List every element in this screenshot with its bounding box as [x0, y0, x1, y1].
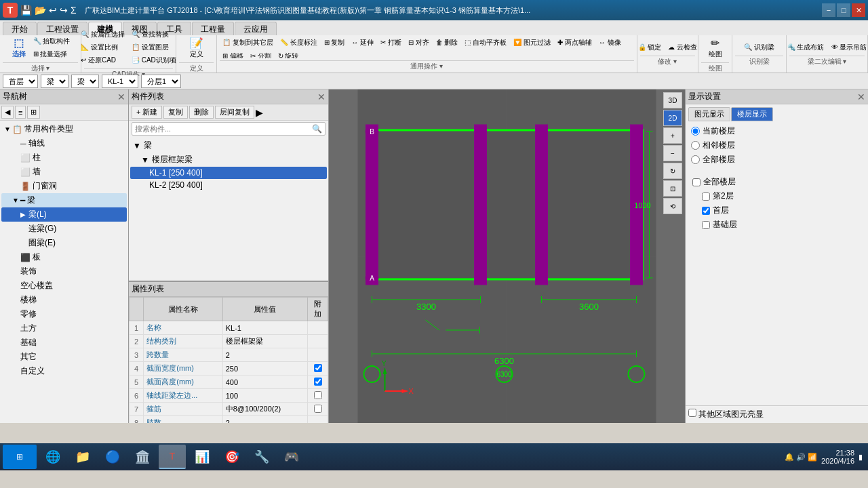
cloud-check-button[interactable]: ☁ 云检查: [665, 41, 700, 54]
attr-check-6[interactable]: [314, 391, 322, 399]
view-reset-button[interactable]: ⟲: [663, 198, 682, 214]
undo-icon[interactable]: ↩: [49, 5, 57, 16]
draw-button[interactable]: ✏ 绘图: [705, 35, 726, 60]
attr-check-5[interactable]: [314, 378, 322, 386]
length-mark-button[interactable]: 📏 长度标注: [277, 37, 320, 49]
taskbar-gtj[interactable]: T: [159, 445, 186, 469]
more-button[interactable]: ▶: [256, 107, 263, 118]
ds-current-floor-radio[interactable]: [691, 127, 700, 136]
tree-item-slab[interactable]: ⬛板: [1, 250, 127, 264]
view-fit-button[interactable]: ⊡: [663, 180, 682, 197]
cad-identify-button[interactable]: 📑 CAD识别项: [129, 54, 179, 66]
tree-item-foundation[interactable]: 基础: [1, 336, 127, 350]
floor-tree-all[interactable]: 全部楼层: [691, 175, 863, 189]
select-button[interactable]: ⬚ 选择: [9, 35, 29, 60]
show-desktop-button[interactable]: ▮: [859, 453, 863, 462]
nav-list-button[interactable]: ≡: [15, 106, 26, 119]
offset-button[interactable]: ⊞ 偏移: [220, 50, 246, 58]
name-select[interactable]: KL-1: [102, 75, 138, 88]
ds-tab-element[interactable]: 图元显示: [688, 107, 730, 121]
view-rotate-button[interactable]: ↻: [663, 163, 682, 179]
axis-button[interactable]: ✚ 两点轴辅: [555, 37, 595, 49]
comp-tree-group-floor[interactable]: ▼楼层框架梁: [130, 152, 327, 167]
comp-panel-close[interactable]: ✕: [317, 92, 326, 102]
tree-item-door[interactable]: 🚪门窗洞: [1, 179, 127, 193]
tree-item-column[interactable]: ⬜柱: [1, 150, 127, 165]
tree-item-beam-e[interactable]: 圈梁(E): [1, 236, 127, 250]
delete-button[interactable]: 🗑 删除: [433, 37, 461, 49]
define-button[interactable]: 📝 定义: [186, 35, 207, 60]
close-button[interactable]: ✕: [852, 3, 865, 17]
type2-select[interactable]: 梁: [71, 75, 99, 88]
taskbar-edge[interactable]: 🔵: [99, 445, 126, 469]
taskbar-ppt[interactable]: 🎯: [218, 445, 245, 469]
ds-all-floor-row[interactable]: 全部楼层: [688, 152, 865, 167]
floor-tree-base[interactable]: 基础层: [691, 218, 863, 232]
tree-item-wall[interactable]: ⬜墙: [1, 165, 127, 179]
tree-item-beam-g[interactable]: 连梁(G): [1, 222, 127, 236]
extend-button[interactable]: ↔ 延伸: [349, 37, 376, 49]
lock-button[interactable]: 🔒 锁定: [635, 41, 665, 54]
nav-panel-close[interactable]: ✕: [117, 92, 125, 102]
view-2d-button[interactable]: 2D: [663, 110, 682, 126]
search-input[interactable]: [135, 125, 312, 133]
nav-back-button[interactable]: ◀: [1, 106, 14, 119]
other-area-check[interactable]: [688, 409, 696, 417]
tree-item-axis[interactable]: ─轴线: [1, 136, 127, 150]
tree-item-earth[interactable]: 土方: [1, 321, 127, 336]
taskbar-excel[interactable]: 📊: [189, 445, 216, 469]
layer-select[interactable]: 分层1: [141, 75, 181, 88]
floor-tree-1[interactable]: 首层: [691, 203, 863, 218]
show-rebar-button[interactable]: 👁 显示吊筋: [829, 41, 869, 54]
pick-component-button[interactable]: 🔧抬取构件: [31, 35, 73, 47]
tree-item-beam[interactable]: ▼━梁: [1, 193, 127, 207]
copy-to-layer-button[interactable]: 📋 复制到其它层: [220, 37, 276, 49]
other-area-row[interactable]: 其他区域图元亮显: [686, 405, 868, 423]
attr-check-7[interactable]: [314, 405, 322, 413]
taskbar-browser[interactable]: 🌐: [39, 445, 66, 469]
tab-cloud[interactable]: 云应用: [235, 22, 277, 35]
view-zoom-in-button[interactable]: +: [663, 127, 682, 144]
attr-select-button[interactable]: 🔍 按属性选择: [78, 28, 127, 41]
taskbar-explorer[interactable]: 📁: [69, 445, 96, 469]
copy-button[interactable]: ⊞ 复制: [321, 37, 348, 49]
tab-quantity[interactable]: 工程量: [192, 22, 234, 35]
ds-current-floor-row[interactable]: 当前楼层: [688, 124, 865, 138]
copy-between-floors-button[interactable]: 层间复制: [215, 106, 254, 119]
ds-neighbor-floor-radio[interactable]: [691, 141, 700, 150]
floor-tree-2[interactable]: 第2层: [691, 189, 863, 203]
start-button[interactable]: ⊞: [3, 445, 37, 469]
tree-item-repair[interactable]: 零修: [1, 307, 127, 321]
break-button[interactable]: ✂ 打断: [378, 37, 404, 49]
open-icon[interactable]: 📂: [35, 5, 46, 16]
minimize-button[interactable]: −: [822, 3, 835, 17]
tree-item-decor[interactable]: 装饰: [1, 264, 127, 279]
tree-item-beam-l[interactable]: ▶梁(L): [1, 207, 127, 222]
split-button[interactable]: ✂ 分割: [248, 50, 274, 58]
tree-item-stair[interactable]: 楼梯: [1, 293, 127, 307]
new-component-button[interactable]: + 新建: [132, 106, 162, 119]
rebar-button[interactable]: 🔩 生成布筋: [785, 41, 827, 54]
floor-select[interactable]: 首层: [3, 75, 38, 88]
restore-cad-button[interactable]: ↩ 还原CAD: [78, 54, 127, 66]
tree-item-other[interactable]: 其它: [1, 350, 127, 364]
floor-check-all[interactable]: [692, 178, 701, 186]
ds-neighbor-floor-row[interactable]: 相邻楼层: [688, 138, 865, 152]
mirror-button[interactable]: ↔ 镜像: [596, 37, 624, 49]
rotate-button[interactable]: ↻ 旋转: [275, 50, 302, 58]
tree-item-common[interactable]: ▼📋常用构件类型: [1, 122, 127, 136]
tree-item-hollow[interactable]: 空心楼盖: [1, 279, 127, 293]
delete-component-button[interactable]: 删除: [189, 106, 214, 119]
align-button[interactable]: ⊟ 对齐: [406, 37, 432, 49]
taskbar-pdf[interactable]: 🏛️: [129, 445, 156, 469]
filter-button[interactable]: 🔽 图元过滤: [511, 37, 553, 49]
maximize-button[interactable]: □: [837, 3, 850, 17]
ds-all-floor-radio[interactable]: [691, 155, 700, 164]
find-replace-button[interactable]: 🔍 查找替换: [129, 28, 179, 41]
view-3d-button[interactable]: 3D: [663, 92, 682, 108]
right-panel-close[interactable]: ✕: [857, 92, 865, 102]
floor-check-2[interactable]: [702, 192, 710, 201]
nav-tile-button[interactable]: ⊞: [27, 106, 40, 119]
set-layer-button[interactable]: 📋 设置图层: [129, 41, 179, 54]
redo-icon[interactable]: ↪: [60, 5, 68, 16]
